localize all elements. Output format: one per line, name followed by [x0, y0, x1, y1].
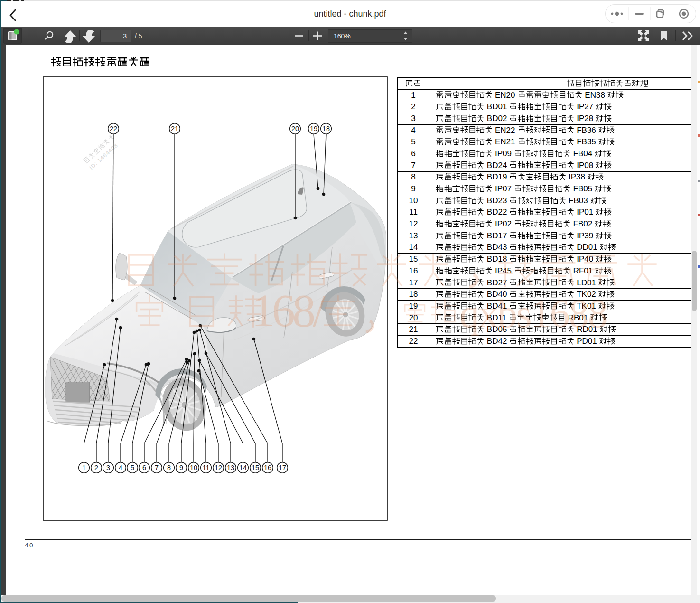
svg-text:8: 8 [167, 464, 171, 471]
svg-text:6: 6 [142, 464, 146, 471]
svg-text:5: 5 [131, 464, 134, 471]
svg-text:17: 17 [279, 464, 286, 471]
svg-text:10: 10 [190, 464, 197, 471]
svg-text:15: 15 [252, 464, 259, 471]
svg-text:4: 4 [119, 464, 122, 471]
svg-text:12: 12 [215, 464, 222, 471]
svg-text:19: 19 [310, 125, 317, 132]
svg-text:2: 2 [94, 464, 98, 471]
svg-text:18: 18 [322, 125, 330, 132]
svg-text:9: 9 [179, 464, 183, 471]
svg-text:22: 22 [110, 125, 117, 132]
svg-text:20: 20 [291, 125, 299, 132]
svg-text:11: 11 [202, 464, 209, 471]
svg-text:21: 21 [171, 125, 178, 132]
svg-text:14: 14 [239, 464, 247, 471]
svg-text:1: 1 [82, 464, 86, 471]
svg-text:16: 16 [264, 464, 271, 471]
svg-text:13: 13 [227, 464, 234, 471]
svg-text:3: 3 [106, 464, 110, 471]
svg-text:7: 7 [155, 464, 159, 471]
